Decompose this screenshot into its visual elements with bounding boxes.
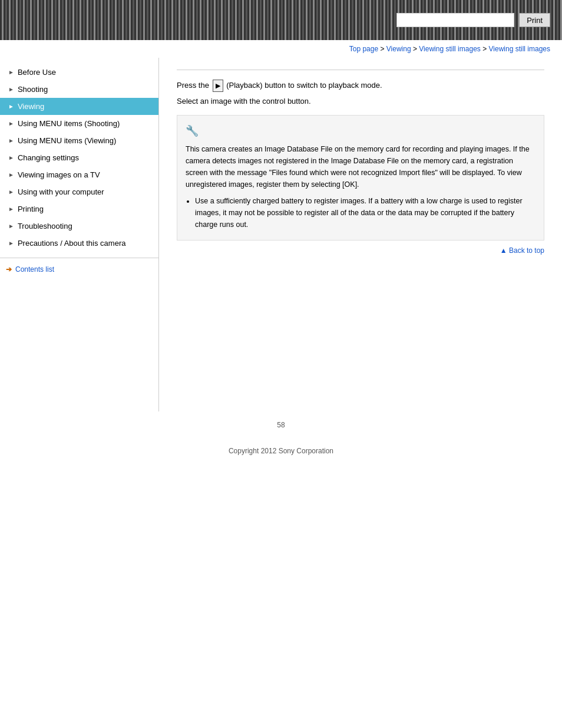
search-input[interactable] bbox=[396, 13, 514, 27]
step1-text: Press the ▶ (Playback) button to switch … bbox=[177, 80, 544, 92]
sidebar-item-before-use[interactable]: ► Before Use bbox=[0, 64, 158, 81]
sidebar-item-shooting[interactable]: ► Shooting bbox=[0, 81, 158, 98]
sidebar-item-viewing-tv[interactable]: ► Viewing images on a TV bbox=[0, 166, 158, 183]
breadcrumb-current[interactable]: Viewing still images bbox=[489, 45, 551, 53]
breadcrumb: Top page > Viewing > Viewing still image… bbox=[0, 40, 562, 58]
sidebar-item-precautions[interactable]: ► Precautions / About this camera bbox=[0, 235, 158, 252]
arrow-icon: ► bbox=[8, 154, 14, 161]
arrow-icon: ► bbox=[8, 189, 14, 195]
step2-text: Select an image with the control button. bbox=[177, 95, 544, 107]
hint-bullet-1: Use a sufficiently charged battery to re… bbox=[195, 195, 535, 230]
sidebar: ► Before Use ► Shooting ► Viewing ► Usin… bbox=[0, 58, 159, 411]
sidebar-item-menu-shooting[interactable]: ► Using MENU items (Shooting) bbox=[0, 115, 158, 132]
hint-text: This camera creates an Image Database Fi… bbox=[186, 145, 530, 189]
sidebar-label: Shooting bbox=[18, 85, 48, 94]
contents-list-label: Contents list bbox=[15, 265, 54, 274]
main-content: Press the ▶ (Playback) button to switch … bbox=[159, 58, 562, 411]
page-number: 58 bbox=[0, 411, 562, 435]
sidebar-item-viewing[interactable]: ► Viewing bbox=[0, 98, 158, 115]
header: Print bbox=[0, 0, 562, 40]
arrow-icon: ► bbox=[8, 120, 14, 127]
arrow-icon: ► bbox=[8, 206, 14, 212]
sidebar-item-using-computer[interactable]: ► Using with your computer bbox=[0, 183, 158, 200]
arrow-icon: ► bbox=[8, 86, 14, 93]
sidebar-label: Troubleshooting bbox=[18, 222, 72, 230]
sidebar-item-printing[interactable]: ► Printing bbox=[0, 200, 158, 218]
sidebar-label: Viewing bbox=[18, 102, 44, 111]
arrow-icon: ► bbox=[8, 103, 14, 110]
sidebar-label: Viewing images on a TV bbox=[18, 170, 100, 179]
breadcrumb-top[interactable]: Top page bbox=[349, 45, 378, 53]
hint-box: 🔧 This camera creates an Image Database … bbox=[177, 115, 544, 241]
sidebar-item-menu-viewing[interactable]: ► Using MENU items (Viewing) bbox=[0, 132, 158, 149]
breadcrumb-viewing[interactable]: Viewing bbox=[386, 45, 411, 53]
sidebar-label: Printing bbox=[18, 205, 44, 213]
arrow-icon: ► bbox=[8, 137, 14, 144]
playback-icon: ▶ bbox=[213, 80, 223, 92]
contents-list-link[interactable]: ➔ Contents list bbox=[0, 261, 158, 278]
sidebar-label: Changing settings bbox=[18, 153, 79, 162]
print-button[interactable]: Print bbox=[519, 13, 550, 27]
arrow-icon: ► bbox=[8, 69, 14, 75]
sidebar-label: Precautions / About this camera bbox=[18, 239, 126, 248]
hint-icon: 🔧 bbox=[186, 123, 535, 140]
breadcrumb-viewing-still[interactable]: Viewing still images bbox=[419, 45, 481, 53]
back-to-top-link[interactable]: ▲ Back to top bbox=[500, 246, 544, 255]
sidebar-label: Using MENU items (Shooting) bbox=[18, 119, 120, 128]
arrow-icon: ► bbox=[8, 172, 14, 178]
contents-arrow-icon: ➔ bbox=[6, 265, 12, 274]
sidebar-label: Using with your computer bbox=[18, 187, 104, 196]
back-to-top: ▲ Back to top bbox=[177, 241, 544, 261]
arrow-icon: ► bbox=[8, 240, 14, 246]
sidebar-item-troubleshooting[interactable]: ► Troubleshooting bbox=[0, 218, 158, 235]
footer-copyright: Copyright 2012 Sony Corporation bbox=[0, 435, 562, 473]
sidebar-label: Using MENU items (Viewing) bbox=[18, 136, 116, 145]
sidebar-label: Before Use bbox=[18, 68, 56, 77]
divider bbox=[177, 70, 544, 70]
arrow-icon: ► bbox=[8, 223, 14, 229]
sidebar-item-changing-settings[interactable]: ► Changing settings bbox=[0, 149, 158, 166]
